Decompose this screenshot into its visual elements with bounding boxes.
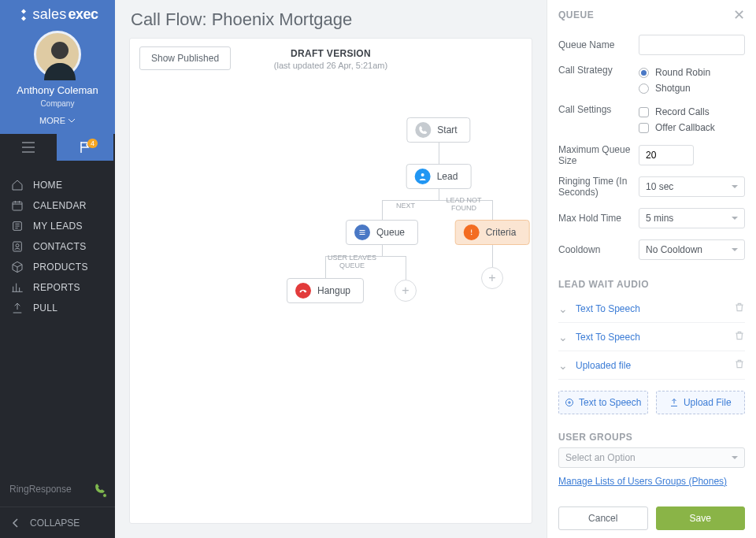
upload-icon: [11, 302, 24, 314]
audio-link[interactable]: Text To Speech: [576, 332, 640, 343]
node-lead-label: Lead: [437, 171, 458, 182]
text-to-speech-button[interactable]: Text to Speech: [558, 391, 648, 414]
ringresponse-label: RingResponse: [9, 484, 72, 495]
nav-myleads[interactable]: MY LEADS: [0, 216, 115, 236]
node-queue-label: Queue: [376, 227, 405, 238]
cancel-button[interactable]: Cancel: [558, 506, 648, 530]
flow-canvas[interactable]: Show Published DRAFT VERSION (last updat…: [129, 38, 532, 524]
logo-icon: [17, 8, 31, 22]
home-icon: [11, 179, 24, 191]
nav-calendar[interactable]: CALENDAR: [0, 195, 115, 216]
trash-icon[interactable]: [734, 302, 745, 315]
user-groups-title: USER GROUPS: [558, 432, 745, 443]
app-logo: salesexec: [0, 6, 115, 23]
main: Call Flow: Phoenix Mortgage Show Publish…: [115, 0, 547, 538]
box-icon: [11, 261, 24, 273]
close-icon[interactable]: ✕: [733, 8, 745, 22]
user-company: Company: [0, 99, 115, 108]
calendar-icon: [11, 199, 24, 212]
nav-list: HOME CALENDAR MY LEADS CONTACTS PRODUCTS…: [0, 161, 115, 472]
page-title: Call Flow: Phoenix Mortgage: [115, 0, 547, 38]
queue-name-input[interactable]: [639, 35, 745, 55]
contacts-icon: [11, 240, 24, 253]
nav-home[interactable]: HOME: [0, 175, 115, 195]
flow-connector: [382, 200, 383, 220]
max-queue-label: Maximum Queue Size: [558, 144, 639, 166]
nav-pull[interactable]: PULL: [0, 298, 115, 318]
audio-link[interactable]: Uploaded file: [576, 360, 631, 371]
trash-icon[interactable]: [734, 358, 745, 372]
check-offer-callback[interactable]: Offer Callback: [639, 120, 745, 135]
node-queue[interactable]: Queue: [346, 220, 418, 245]
user-name: Anthony Coleman: [0, 84, 115, 96]
svg-point-6: [471, 234, 472, 236]
nav-products[interactable]: PRODUCTS: [0, 257, 115, 277]
panel-title: QUEUE: [558, 9, 594, 20]
call-strategy-label: Call Strategy: [558, 65, 639, 76]
chevron-down-icon[interactable]: ⌄: [558, 302, 568, 315]
flow-connector: [492, 200, 493, 220]
max-hold-select[interactable]: 5 mins: [639, 208, 745, 228]
edge-next-label: NEXT: [396, 202, 415, 210]
plus-circle-icon: [565, 398, 574, 407]
check-record-calls[interactable]: Record Calls: [639, 104, 745, 120]
edge-userleaves-label: USER LEAVES QUEUE: [328, 254, 376, 270]
node-criteria-label: Criteria: [486, 227, 517, 238]
sidebar: salesexec Anthony Coleman Company MORE 4…: [0, 0, 115, 538]
ringing-time-label: Ringing Time (In Seconds): [558, 176, 639, 198]
nav-reports[interactable]: REPORTS: [0, 277, 115, 298]
flow-connector: [406, 256, 406, 280]
svg-point-5: [421, 173, 424, 176]
nav-tabs: 4: [0, 134, 115, 161]
node-start-label: Start: [437, 124, 457, 135]
nav-contacts[interactable]: CONTACTS: [0, 236, 115, 257]
sidebar-collapse[interactable]: COLLAPSE: [0, 506, 115, 538]
hamburger-icon: [21, 142, 35, 153]
profile-more[interactable]: MORE: [39, 116, 76, 125]
cooldown-select[interactable]: No Cooldown: [639, 239, 745, 260]
node-lead[interactable]: Lead: [406, 164, 472, 189]
phone-icon: [415, 122, 431, 138]
queue-panel: QUEUE ✕ Queue Name Call Strategy Round R…: [547, 0, 756, 538]
chart-icon: [11, 281, 24, 294]
add-node-button[interactable]: +: [481, 267, 503, 289]
phone-status-icon[interactable]: [94, 483, 106, 496]
manage-groups-link[interactable]: Manage Lists of Users Groups (Phones): [558, 476, 727, 487]
tab-menu[interactable]: [0, 134, 57, 161]
person-icon: [415, 169, 431, 184]
svg-rect-3: [13, 242, 22, 251]
save-button[interactable]: Save: [656, 506, 746, 530]
sidebar-footer: RingResponse: [0, 472, 115, 506]
chevron-down-icon: [68, 117, 76, 124]
tab-flag[interactable]: 4: [57, 134, 113, 161]
max-hold-label: Max Hold Time: [558, 213, 639, 224]
audio-link[interactable]: Text To Speech: [576, 303, 640, 314]
max-queue-input[interactable]: [639, 145, 694, 165]
flow-connector: [492, 245, 493, 267]
flow-connector: [382, 245, 383, 256]
leads-icon: [11, 220, 24, 232]
svg-rect-1: [13, 202, 22, 210]
audio-item: ⌄ Text To Speech: [558, 323, 745, 351]
flow-connector: [439, 189, 439, 200]
upload-icon: [669, 398, 679, 407]
list-icon: [354, 224, 370, 240]
chevron-down-icon[interactable]: ⌄: [558, 359, 568, 372]
upload-file-button[interactable]: Upload File: [656, 391, 746, 414]
avatar[interactable]: [34, 31, 81, 78]
radio-round-robin[interactable]: Round Robin: [639, 65, 745, 80]
audio-item: ⌄ Uploaded file: [558, 351, 745, 380]
chevron-down-icon[interactable]: ⌄: [558, 331, 568, 343]
cooldown-label: Cooldown: [558, 244, 639, 255]
node-start[interactable]: Start: [406, 117, 470, 143]
ringing-time-select[interactable]: 10 sec: [639, 176, 745, 197]
svg-point-4: [16, 244, 19, 247]
user-groups-select[interactable]: Select an Option: [558, 447, 745, 468]
node-criteria[interactable]: Criteria: [455, 220, 530, 245]
add-node-button[interactable]: +: [395, 280, 417, 302]
nav-badge: 4: [87, 139, 98, 148]
radio-shotgun[interactable]: Shotgun: [639, 80, 745, 96]
node-hangup[interactable]: Hangup: [287, 278, 364, 303]
svg-point-0: [51, 42, 69, 59]
trash-icon[interactable]: [734, 330, 745, 343]
